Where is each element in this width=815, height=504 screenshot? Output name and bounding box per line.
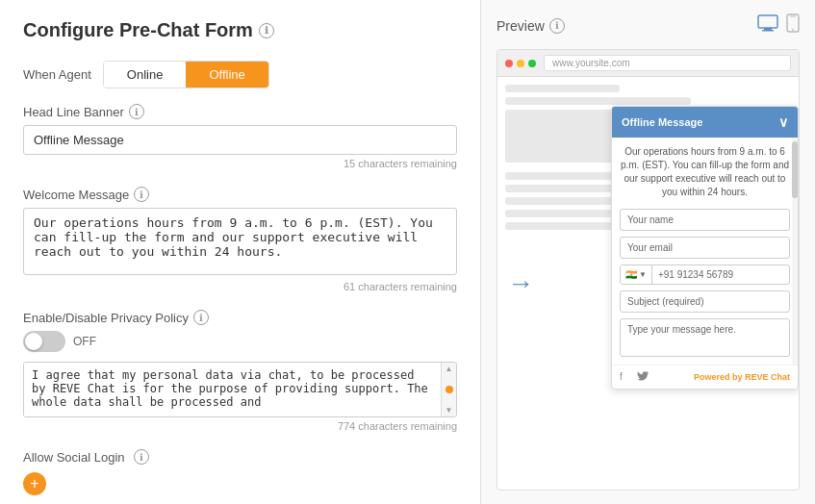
privacy-textarea[interactable] <box>24 363 441 416</box>
allow-social-label: Allow Social Login <box>23 450 125 465</box>
fake-line-6 <box>505 210 620 217</box>
welcome-message-section: Welcome Message ℹ 61 characters remainin… <box>23 187 457 292</box>
privacy-toggle-row: OFF <box>23 331 457 352</box>
scrollbar-up-arrow[interactable]: ▲ <box>446 365 453 373</box>
chat-widget-header: Offline Message ∨ <box>612 107 798 138</box>
add-social-login-button[interactable]: + <box>23 472 46 495</box>
india-flag-icon: 🇮🇳 <box>625 269 637 280</box>
allow-social-login-row: Allow Social Login ℹ <box>23 449 457 465</box>
right-panel: Preview ℹ <box>481 0 815 504</box>
privacy-policy-label: Enable/Disable Privacy Policy ℹ <box>23 310 457 325</box>
privacy-toggle-label: OFF <box>73 335 96 348</box>
preview-info-icon[interactable]: ℹ <box>549 18 565 34</box>
chat-social-icons: f <box>620 370 649 384</box>
svg-point-4 <box>792 29 794 31</box>
phone-dropdown-arrow: ▼ <box>639 270 647 279</box>
online-toggle-button[interactable]: Online <box>104 62 187 88</box>
agent-toggle-label: When Agent <box>23 67 91 82</box>
preview-header: Preview ℹ <box>497 13 800 38</box>
chat-powered-by: Powered by REVE Chat <box>694 372 790 382</box>
left-panel: Configure Pre-Chat Form ℹ When Agent Onl… <box>0 0 481 504</box>
browser-content: → Offline Message ∨ Our operations hours… <box>497 77 799 490</box>
chat-widget-scrollbar <box>792 138 798 365</box>
chat-subject-field[interactable]: Subject (required) <box>620 290 790 313</box>
browser-url: www.yoursite.com <box>544 55 791 71</box>
page-title: Configure Pre-Chat Form ℹ <box>23 19 457 41</box>
chat-phone-row: 🇮🇳 ▼ +91 91234 56789 <box>620 265 790 285</box>
svg-text:f: f <box>620 371 623 381</box>
privacy-info-icon[interactable]: ℹ <box>193 310 209 325</box>
fake-line-1 <box>505 85 620 92</box>
chat-message-field[interactable]: Type your message here. <box>620 318 790 357</box>
chat-phone-flag[interactable]: 🇮🇳 ▼ <box>621 265 652 284</box>
privacy-char-remaining: 774 characters remaining <box>23 420 457 432</box>
social-login-info-icon[interactable]: ℹ <box>134 449 149 465</box>
chat-brand: REVE Chat <box>745 372 790 382</box>
desktop-device-icon[interactable] <box>757 14 778 37</box>
welcome-info-icon[interactable]: ℹ <box>134 187 149 202</box>
agent-toggle-group: Online Offline <box>103 61 269 88</box>
scrollbar-dot <box>446 386 453 393</box>
privacy-toggle-switch[interactable] <box>23 331 65 352</box>
browser-dot-yellow <box>517 60 524 67</box>
svg-rect-0 <box>758 15 777 28</box>
privacy-policy-section: Enable/Disable Privacy Policy ℹ OFF ▲ ▼ … <box>23 310 457 432</box>
chat-widget-body: Our operations hours from 9 a.m. to 6 p.… <box>612 138 798 365</box>
headline-banner-label: Head Line Banner ℹ <box>23 104 457 119</box>
preview-title: Preview ℹ <box>497 18 565 34</box>
privacy-toggle-knob <box>25 333 42 350</box>
privacy-scrollbar: ▲ ▼ <box>441 363 456 416</box>
svg-rect-2 <box>762 30 774 32</box>
chat-widget-title: Offline Message <box>622 116 702 128</box>
chat-widget: Offline Message ∨ Our operations hours f… <box>611 106 799 390</box>
svg-rect-1 <box>764 28 772 30</box>
fake-line-2 <box>505 97 691 105</box>
chat-welcome-message: Our operations hours from 9 a.m. to 6 p.… <box>620 145 790 199</box>
chat-email-field[interactable]: Your email <box>620 237 790 259</box>
device-icons <box>757 13 800 38</box>
chat-name-field[interactable]: Your name <box>620 209 790 231</box>
privacy-textarea-wrap: ▲ ▼ <box>23 362 457 417</box>
welcome-message-textarea[interactable] <box>23 208 457 275</box>
chat-widget-close-icon[interactable]: ∨ <box>778 114 788 130</box>
headline-char-remaining: 15 characters remaining <box>23 158 457 169</box>
twitter-icon[interactable] <box>637 370 649 384</box>
browser-bar: www.yoursite.com <box>497 50 799 77</box>
browser-mockup: www.yoursite.com → <box>497 49 800 491</box>
headline-info-icon[interactable]: ℹ <box>129 104 144 119</box>
chat-phone-input[interactable]: +91 91234 56789 <box>652 265 789 284</box>
welcome-char-remaining: 61 characters remaining <box>23 281 457 292</box>
scrollbar-down-arrow[interactable]: ▼ <box>446 406 453 415</box>
facebook-icon[interactable]: f <box>620 370 629 384</box>
chat-widget-body-wrap: Our operations hours from 9 a.m. to 6 p.… <box>612 138 798 365</box>
agent-toggle-row: When Agent Online Offline <box>23 61 457 88</box>
mobile-device-icon[interactable] <box>786 13 800 38</box>
headline-banner-input[interactable] <box>23 125 457 155</box>
page-title-info-icon[interactable]: ℹ <box>259 23 274 38</box>
chat-widget-scrollbar-thumb <box>792 141 798 198</box>
welcome-message-label: Welcome Message ℹ <box>23 187 457 202</box>
page-title-text: Configure Pre-Chat Form <box>23 19 253 41</box>
headline-banner-section: Head Line Banner ℹ 15 characters remaini… <box>23 104 457 169</box>
svg-rect-5 <box>790 16 796 17</box>
chat-widget-footer: f Powered by REVE Chat <box>612 365 798 389</box>
preview-arrow: → <box>507 268 534 299</box>
browser-dot-red <box>505 60 513 67</box>
offline-toggle-button[interactable]: Offline <box>186 62 267 88</box>
browser-dot-green <box>528 60 536 67</box>
